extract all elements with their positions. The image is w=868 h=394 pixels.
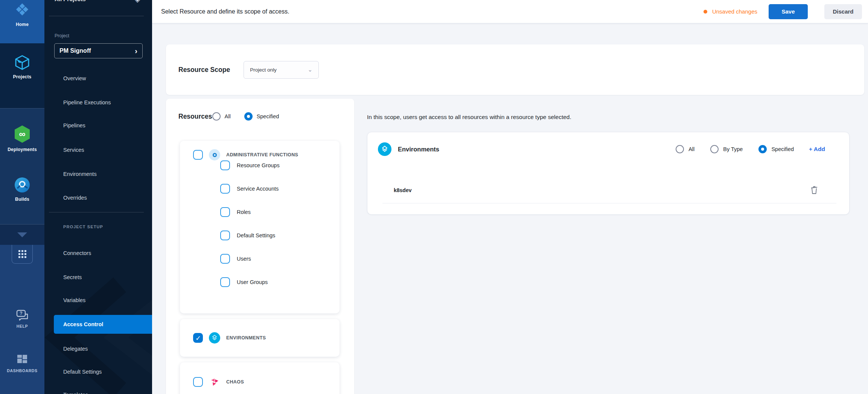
dashboards-icon xyxy=(17,354,28,365)
sub-resource-label[interactable]: Service Accounts xyxy=(237,186,279,192)
env-radio-all-label[interactable]: All xyxy=(688,146,694,152)
env-radio-specified[interactable] xyxy=(758,145,767,153)
svg-text:?: ? xyxy=(20,311,22,316)
project-selector[interactable]: PM Signoff › xyxy=(54,43,143,58)
environment-item-name: k8sdev xyxy=(394,187,411,193)
harness-logo-icon: ❖ xyxy=(15,1,29,19)
project-sidebar: All Projects ◈ Project PM Signoff › Over… xyxy=(44,0,152,394)
unsaved-dot-icon xyxy=(704,10,707,14)
delete-trash-icon[interactable] xyxy=(810,186,818,195)
sidebar-item-services[interactable]: Services xyxy=(44,143,152,157)
env-radio-by-type[interactable] xyxy=(710,145,719,153)
sidebar-item-environments[interactable]: Environments xyxy=(44,167,152,181)
sidebar-item-secrets[interactable]: Secrets xyxy=(44,270,152,284)
builds-ci-icon xyxy=(14,176,31,194)
env-radio-by-type-label[interactable]: By Type xyxy=(723,146,743,152)
rail-item-label: HELP xyxy=(17,324,28,328)
module-grid-button[interactable] xyxy=(12,245,33,264)
chaos-icon xyxy=(209,376,220,388)
main-content: Resource Scope Project only ⌄ Resources … xyxy=(152,23,868,394)
sidebar-item-access-control[interactable]: Access Control xyxy=(54,315,152,334)
sub-resource-label[interactable]: Roles xyxy=(237,209,251,215)
environment-item-row: k8sdev xyxy=(382,177,836,203)
sidebar-item-templates[interactable]: Templates xyxy=(44,388,152,394)
help-chat-icon: ? xyxy=(16,310,29,321)
resource-group-card-administrative-functions: ADMINISTRATIVE FUNCTIONS Resource Groups… xyxy=(180,141,340,313)
administrative-functions-icon xyxy=(209,149,220,160)
page-header: Select Resource and define its scope of … xyxy=(152,0,868,23)
sub-resource-label[interactable]: User Groups xyxy=(237,279,268,285)
sub-resource-row: User Groups xyxy=(220,277,340,287)
resources-radio-all-label[interactable]: All xyxy=(225,113,231,119)
deployments-cd-icon: ∞ xyxy=(12,124,32,144)
chevron-down-icon xyxy=(17,232,27,237)
resources-radio-specified-label[interactable]: Specified xyxy=(257,113,279,119)
group-label: CHAOS xyxy=(226,379,244,385)
rail-item-builds[interactable]: Builds xyxy=(0,176,44,221)
page-subtitle: Select Resource and define its scope of … xyxy=(161,8,289,15)
scope-switcher-icon: ◈ xyxy=(135,0,140,4)
sub-resource-row: Resource Groups xyxy=(220,160,340,170)
unsaved-changes-label: Unsaved changes xyxy=(712,8,757,15)
rail-item-deployments[interactable]: ∞ Deployments xyxy=(0,124,44,170)
rail-item-label: Deployments xyxy=(8,147,37,152)
scope-hint-text: In this scope, users get access to all r… xyxy=(367,114,571,121)
checkbox-environments[interactable] xyxy=(193,333,203,343)
sub-resource-row: Service Accounts xyxy=(220,184,340,194)
rail-item-projects[interactable]: Projects xyxy=(0,43,44,108)
checkbox-default-settings[interactable] xyxy=(220,231,230,240)
environments-icon xyxy=(209,332,220,344)
sidebar-divider xyxy=(49,212,144,212)
checkbox-chaos[interactable] xyxy=(193,377,203,387)
sidebar-item-variables[interactable]: Variables xyxy=(44,293,152,307)
env-radio-all[interactable] xyxy=(676,145,684,153)
rail-collapse-row[interactable] xyxy=(0,224,44,245)
sub-resource-label[interactable]: Resource Groups xyxy=(237,162,280,168)
resource-scope-select[interactable]: Project only ⌄ xyxy=(244,61,319,79)
resource-group-card-chaos: CHAOS xyxy=(180,362,340,394)
save-button[interactable]: Save xyxy=(769,4,808,19)
environments-card-title: Environments xyxy=(398,146,439,153)
sidebar-item-pipeline-executions[interactable]: Pipeline Executions xyxy=(44,96,152,109)
checkbox-users[interactable] xyxy=(220,254,230,264)
resources-radio-all[interactable] xyxy=(212,112,221,121)
add-environment-link[interactable]: + Add xyxy=(809,146,825,153)
checkbox-service-accounts[interactable] xyxy=(220,184,230,194)
resource-scope-card: Resource Scope Project only ⌄ xyxy=(166,44,864,95)
rail-divider xyxy=(0,108,44,108)
resource-scope-title: Resource Scope xyxy=(178,66,230,74)
scope-switcher-label: All Projects xyxy=(55,0,86,2)
resources-title: Resources xyxy=(178,113,212,121)
resources-radio-specified[interactable] xyxy=(244,112,253,121)
checkbox-resource-groups[interactable] xyxy=(220,160,230,170)
checkbox-user-groups[interactable] xyxy=(220,277,230,287)
cube-icon xyxy=(14,54,31,71)
checkbox-administrative-functions[interactable] xyxy=(193,150,203,160)
rail-item-dashboards[interactable]: DASHBOARDS xyxy=(0,354,44,388)
resource-scope-value: Project only xyxy=(250,67,308,73)
sidebar-item-overview[interactable]: Overview xyxy=(44,72,152,85)
sidebar-item-connectors[interactable]: Connectors xyxy=(44,246,152,260)
checkbox-roles[interactable] xyxy=(220,207,230,217)
environments-detail-card: Environments All By Type Specified + Add… xyxy=(367,132,850,215)
project-label: Project xyxy=(55,33,69,38)
group-label: ADMINISTRATIVE FUNCTIONS xyxy=(226,152,298,157)
rail-item-help[interactable]: ? HELP xyxy=(0,310,44,344)
group-label: ENVIRONMENTS xyxy=(226,335,266,341)
rail-item-home[interactable]: ❖ Home xyxy=(0,0,44,43)
sidebar-divider xyxy=(49,16,144,16)
sub-resource-label[interactable]: Users xyxy=(237,256,251,262)
scope-switcher-row[interactable]: All Projects ◈ xyxy=(44,0,152,6)
sub-resource-label[interactable]: Default Settings xyxy=(237,232,275,238)
sidebar-item-delegates[interactable]: Delegates xyxy=(44,342,152,356)
rail-item-label: Home xyxy=(16,22,29,27)
sidebar-item-overrides[interactable]: Overrides xyxy=(44,191,152,205)
sidebar-item-pipelines[interactable]: Pipelines xyxy=(44,119,152,132)
sidebar-item-default-settings[interactable]: Default Settings xyxy=(44,365,152,379)
discard-button[interactable]: Discard xyxy=(824,4,862,19)
environments-icon xyxy=(378,142,391,156)
resources-panel: Resources All Specified ADMINISTRATIVE F… xyxy=(166,99,354,394)
env-radio-specified-label[interactable]: Specified xyxy=(771,146,794,152)
rail-item-label: Builds xyxy=(15,197,29,202)
chevron-down-icon: ⌄ xyxy=(308,66,313,73)
